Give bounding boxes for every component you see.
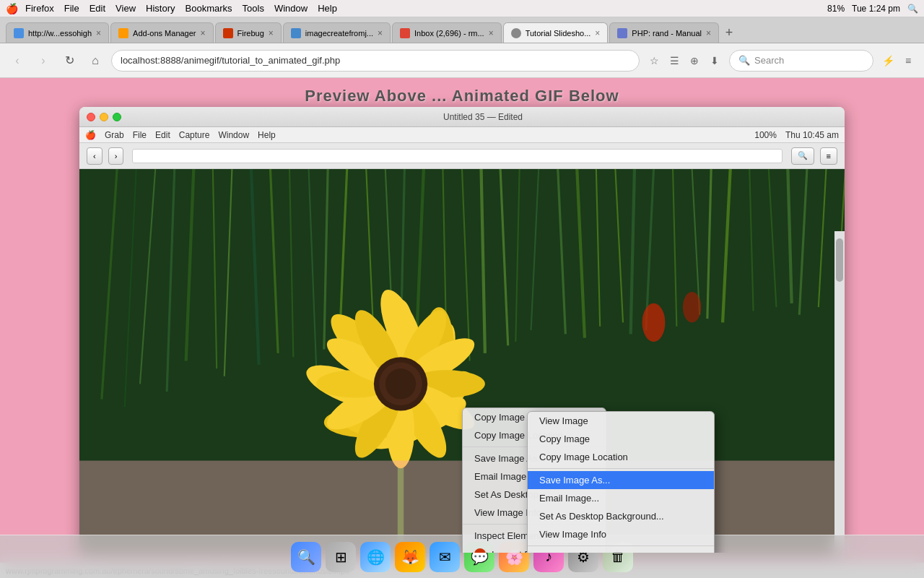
inner-clock: Thu 10:45 am (785, 130, 839, 140)
context-menu: View Image Copy Image Copy Image Locatio… (527, 411, 715, 553)
scrollbar-thumb[interactable] (836, 238, 843, 282)
inner-image-area: Copy Image Copy Image Location Save Imag… (79, 169, 845, 553)
inner-apple-icon[interactable]: 🍎 (85, 130, 96, 140)
reload-button[interactable]: ↻ (59, 51, 79, 71)
tab-essohigh[interactable]: http://w...essohigh × (6, 22, 109, 43)
menu-set-desktop[interactable]: Set As Desktop Background... (528, 507, 714, 525)
page-content: Preview Above ... Animated GIF Below Unt… (0, 78, 924, 578)
nav-right-icons: ⚡ ≡ (879, 52, 917, 69)
inner-toolbar: ‹ › 🔍 ≡ (79, 143, 845, 169)
tab-favicon-3 (291, 28, 301, 38)
menu-bookmarks[interactable]: Bookmarks (186, 3, 232, 14)
url-bar[interactable]: localhost:8888/animegif/tutorial_to_anim… (111, 50, 640, 72)
menu-inspect-element[interactable]: Inspect Element (528, 548, 714, 553)
menu-save-image-as[interactable]: Save Image As... (528, 471, 714, 489)
inner-window-title: Untitled 35 — Edited (128, 112, 837, 122)
menubar-right: 81% Tue 1:24 pm 🔍 (827, 4, 918, 14)
menu-copy-image[interactable]: Copy Image (528, 430, 714, 448)
menu-firefox[interactable]: Firefox (25, 3, 54, 14)
pocket-icon[interactable]: ⊕ (686, 52, 703, 69)
menu-items: Firefox File Edit View History Bookmarks… (25, 3, 337, 14)
dock-firefox[interactable]: 🦊 (395, 542, 425, 572)
tab-imagecreate[interactable]: imagecreatefromj... × (283, 22, 391, 43)
tab-close-2[interactable]: × (269, 28, 274, 38)
tab-close-1[interactable]: × (201, 28, 206, 38)
menu-edit[interactable]: Edit (90, 3, 105, 14)
tab-php[interactable]: PHP: rand - Manual × (609, 22, 719, 43)
separator-1 (528, 468, 714, 469)
tab-label-5: Tutorial Slidesho... (526, 29, 591, 38)
tab-label-3: imagecreatefromj... (305, 29, 373, 38)
tab-close-3[interactable]: × (378, 28, 383, 38)
inner-menu-capture[interactable]: Capture (179, 130, 210, 140)
menu-view-image-info[interactable]: View Image Info (528, 525, 714, 543)
new-tab-button[interactable]: + (720, 24, 738, 41)
menu-icon[interactable]: ≡ (899, 52, 917, 69)
menu-view[interactable]: View (116, 3, 136, 14)
menu-window[interactable]: Window (274, 3, 308, 14)
inner-zoom-level: 100% (754, 130, 777, 140)
inner-menu-grab[interactable]: Grab (105, 130, 124, 140)
tab-bar: http://w...essohigh × Add-ons Manager × … (0, 17, 924, 43)
tab-tutorial[interactable]: Tutorial Slidesho... × (503, 22, 609, 43)
battery-status: 81% (827, 4, 845, 14)
tab-firebug[interactable]: Firebug × (215, 22, 282, 43)
inner-menu-file[interactable]: File (133, 130, 147, 140)
tab-favicon-6 (617, 28, 627, 38)
extensions-icon[interactable]: ⚡ (879, 52, 897, 69)
inner-menu-help[interactable]: Help (258, 130, 276, 140)
tab-close-5[interactable]: × (595, 28, 600, 38)
tab-gmail[interactable]: Inbox (2,696) - rm... × (392, 22, 502, 43)
search-magnifier-icon: 🔍 (738, 55, 750, 66)
tab-label-1: Add-ons Manager (133, 29, 196, 38)
dock-finder[interactable]: 🔍 (291, 542, 321, 572)
menu-file[interactable]: File (64, 3, 79, 14)
minimize-button[interactable] (100, 113, 108, 121)
browser-window: http://w...essohigh × Add-ons Manager × … (0, 17, 924, 578)
clock: Tue 1:24 pm (852, 4, 900, 14)
inner-menu-btn[interactable]: ≡ (820, 147, 837, 165)
menu-help[interactable]: Help (318, 3, 337, 14)
inner-menu-edit[interactable]: Edit (155, 130, 170, 140)
inner-back-btn[interactable]: ‹ (87, 147, 103, 165)
inner-search-btn[interactable]: 🔍 (791, 147, 814, 165)
menu-view-image[interactable]: View Image (528, 412, 714, 430)
reader-icon[interactable]: ☰ (666, 52, 683, 69)
inner-titlebar: Untitled 35 — Edited (79, 107, 845, 127)
tab-close-6[interactable]: × (706, 28, 711, 38)
svg-point-67 (642, 303, 666, 342)
back-button[interactable]: ‹ (7, 51, 27, 71)
menu-copy-image-location[interactable]: Copy Image Location (528, 448, 714, 466)
dock-launchpad[interactable]: ⊞ (326, 542, 356, 572)
nav-bar: ‹ › ↻ ⌂ localhost:8888/animegif/tutorial… (0, 43, 924, 78)
bookmark-star-icon[interactable]: ☆ (645, 52, 663, 69)
svg-point-68 (683, 292, 701, 322)
menu-history[interactable]: History (146, 3, 175, 14)
tab-favicon-5 (511, 28, 521, 38)
search-icon[interactable]: 🔍 (907, 4, 918, 14)
download-icon[interactable]: ⬇ (706, 52, 723, 69)
firebug-icon-bg (474, 548, 486, 553)
search-bar[interactable]: 🔍 Search (729, 50, 873, 72)
dock-safari[interactable]: 🌐 (360, 542, 391, 572)
close-button[interactable] (87, 113, 95, 121)
scrollbar[interactable] (834, 231, 845, 553)
dock-mail[interactable]: ✉ (430, 542, 460, 572)
tab-label-0: http://w...essohigh (28, 29, 92, 38)
apple-menu[interactable]: 🍎 (6, 3, 18, 14)
tab-close-0[interactable]: × (96, 28, 101, 38)
tab-label-4: Inbox (2,696) - rm... (414, 29, 484, 38)
menu-email-image[interactable]: Email Image... (528, 489, 714, 507)
tab-close-4[interactable]: × (489, 28, 494, 38)
nav-icons: ☆ ☰ ⊕ ⬇ (645, 52, 723, 69)
menu-tools[interactable]: Tools (243, 3, 264, 14)
tab-addons[interactable]: Add-ons Manager × (110, 22, 213, 43)
maximize-button[interactable] (113, 113, 121, 121)
url-text: localhost:8888/animegif/tutorial_to_anim… (121, 55, 340, 66)
home-button[interactable]: ⌂ (85, 51, 105, 71)
separator-2 (528, 545, 714, 546)
forward-button[interactable]: › (33, 51, 53, 71)
svg-point-66 (385, 368, 416, 399)
inner-menu-window[interactable]: Window (218, 130, 249, 140)
inner-forward-btn[interactable]: › (108, 147, 124, 165)
